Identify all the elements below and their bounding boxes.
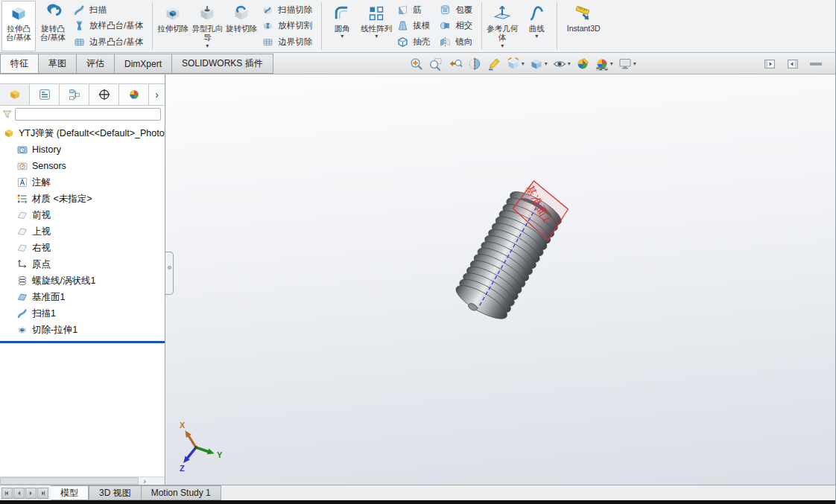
hole-wizard-button[interactable]: 异型孔向导▾ (190, 1, 224, 51)
panel-tab-propertymanager[interactable] (30, 84, 60, 105)
wrap-button[interactable]: 包覆 (436, 2, 478, 18)
dropdown-arrow-icon[interactable]: ▾ (610, 60, 613, 67)
tree-item-plane-top[interactable]: 上视 (0, 223, 165, 240)
swept-cut-button[interactable]: 扫描切除 (259, 2, 318, 18)
bottom-tab-motion-study-1[interactable]: Motion Study 1 (142, 485, 221, 500)
dropdown-arrow-icon[interactable]: ▾ (501, 43, 504, 49)
dropdown-arrow-icon[interactable]: ▾ (206, 43, 209, 49)
boundary-cut-button[interactable]: 边界切除 (259, 34, 318, 50)
go-to-last-study-button[interactable] (37, 488, 48, 499)
fillet-button[interactable]: 圆角▾ (325, 1, 359, 51)
button-label: 相交 (455, 20, 472, 31)
revolve-boss-button[interactable]: 旋转凸台/基体 (36, 1, 70, 51)
study-tabs: 模型3D 视图Motion Study 1 (51, 485, 221, 500)
tree-item-sweep1[interactable]: 扫描1 (0, 305, 165, 322)
tree-item-annotations[interactable]: 注解 (0, 174, 165, 191)
tab-solidworks-addins[interactable]: SOLIDWORKS 插件 (172, 54, 273, 74)
rib-button[interactable]: 筋 (393, 2, 436, 18)
bottom-tab-model[interactable]: 模型 (51, 485, 89, 500)
collapse-right-pane-button[interactable] (786, 57, 799, 71)
dropdown-arrow-icon[interactable]: ▾ (568, 60, 571, 67)
tree-item-label: 前视 (32, 209, 51, 222)
tree-item-sensors[interactable]: Sensors (0, 158, 165, 174)
sweep-button[interactable]: 扫描 (70, 2, 149, 18)
tree-item-plane-right[interactable]: 右视 (0, 240, 165, 256)
bottom-tab-3d-views[interactable]: 3D 视图 (89, 485, 142, 500)
dropdown-arrow-icon[interactable]: ▾ (633, 60, 636, 67)
tree-item-part-root[interactable]: YTJ弹簧 (Default<<Default>_PhotoV (0, 125, 165, 141)
curve-button[interactable]: 曲线▾ (519, 1, 554, 51)
scrollbar-thumb[interactable] (0, 477, 139, 485)
previous-study-button[interactable] (13, 488, 25, 499)
extrude-boss-button[interactable]: 拉伸凸台/基体 (1, 1, 36, 51)
tree-item-label: 注解 (32, 176, 51, 189)
revolved-cut-icon (232, 4, 251, 23)
display-style-button[interactable]: ▾ (528, 55, 549, 73)
triad-x-label: X (180, 421, 186, 430)
tree-item-label: 基准面1 (32, 291, 65, 304)
mirror-button[interactable]: 镜向 (436, 34, 478, 50)
loft-boss-button[interactable]: 放样凸台/基体 (70, 18, 149, 34)
tab-dimxpert[interactable]: DimXpert (115, 54, 172, 74)
dropdown-arrow-icon[interactable]: ▾ (522, 60, 525, 67)
panel-tab-bar: › (0, 83, 165, 106)
extruded-cut-button[interactable]: 拉伸切除 (156, 1, 190, 51)
rollback-bar[interactable] (0, 341, 165, 343)
boundary-boss-button[interactable]: 边界凸台/基体 (70, 34, 149, 50)
intersect-button[interactable]: 相交 (436, 18, 478, 34)
panel-horizontal-scrollbar[interactable]: › (0, 476, 165, 485)
dropdown-arrow-icon[interactable]: ▾ (535, 34, 538, 39)
view-settings-button[interactable]: ▾ (616, 55, 638, 73)
revolved-cut-button[interactable]: 旋转切除 (224, 1, 259, 51)
panel-tab-overflow-button[interactable]: › (149, 84, 165, 105)
tree-item-plane-front[interactable]: 前视 (0, 207, 165, 223)
scrollbar-right-arrow[interactable]: › (139, 477, 151, 485)
tree-item-history[interactable]: History (0, 141, 165, 158)
tree-item-plane1[interactable]: 基准面1 (0, 289, 165, 305)
collapse-ribbon-handle[interactable] (810, 63, 822, 66)
instant3d-button[interactable]: Instant3D (560, 1, 607, 51)
triad-y-label: Y (217, 450, 223, 459)
tab-evaluate[interactable]: 评估 (77, 54, 115, 74)
lofted-cut-button[interactable]: 放样切割 (259, 18, 318, 34)
tab-features[interactable]: 特征 (0, 54, 39, 74)
section-view-button[interactable] (466, 55, 484, 73)
dropdown-arrow-icon[interactable]: ▾ (545, 60, 548, 67)
collapse-left-pane-button[interactable] (763, 57, 776, 71)
panel-tab-dimxpertmanager[interactable] (89, 84, 119, 105)
panel-collapse-handle[interactable] (165, 252, 174, 295)
view-orientation-button[interactable]: ▾ (504, 55, 526, 73)
draft-button[interactable]: 拔模 (393, 18, 436, 34)
shell-button[interactable]: 抽壳 (393, 34, 436, 50)
view-annotations-button[interactable] (485, 55, 503, 73)
helix-icon (16, 275, 28, 287)
tab-sketch[interactable]: 草图 (39, 54, 77, 74)
tree-item-cut-extrude1[interactable]: 切除-拉伸1 (0, 322, 165, 338)
draft-icon (396, 19, 409, 32)
edit-appearance-button[interactable] (574, 55, 592, 73)
status-bar-edge (0, 500, 835, 504)
previous-view-button[interactable] (446, 55, 464, 73)
panel-tab-configurationmanager[interactable] (60, 84, 89, 105)
reference-geometry-button[interactable]: 参考几何体▾ (485, 1, 519, 51)
go-to-first-study-button[interactable] (1, 488, 13, 499)
tree-item-label: YTJ弹簧 (Default<<Default>_PhotoV (19, 127, 165, 140)
panel-tab-displaymanager[interactable] (119, 84, 149, 105)
linear-pattern-button[interactable]: 线性阵列▾ (359, 1, 393, 51)
panel-tab-featuremanager[interactable] (0, 84, 30, 105)
material-icon (16, 193, 28, 205)
apply-scene-button[interactable]: ▾ (593, 55, 615, 73)
tree-filter-input[interactable] (15, 108, 161, 121)
dropdown-arrow-icon[interactable]: ▾ (341, 34, 343, 39)
tree-item-helix-spiral1[interactable]: 螺旋线/涡状线1 (0, 272, 165, 289)
zoom-to-area-button[interactable] (427, 55, 445, 73)
zoom-to-fit-button[interactable] (408, 55, 425, 73)
graphics-area[interactable]: 基准面1 X Y Z (166, 74, 835, 485)
next-study-button[interactable] (25, 488, 37, 499)
tree-item-origin[interactable]: 原点 (0, 256, 165, 272)
hide-show-items-button[interactable]: ▾ (551, 55, 572, 73)
dropdown-arrow-icon[interactable]: ▾ (375, 34, 378, 39)
apply-scene-icon (595, 57, 609, 71)
nav-next-icon (27, 489, 35, 497)
tree-item-material[interactable]: 材质 <未指定> (0, 191, 165, 207)
